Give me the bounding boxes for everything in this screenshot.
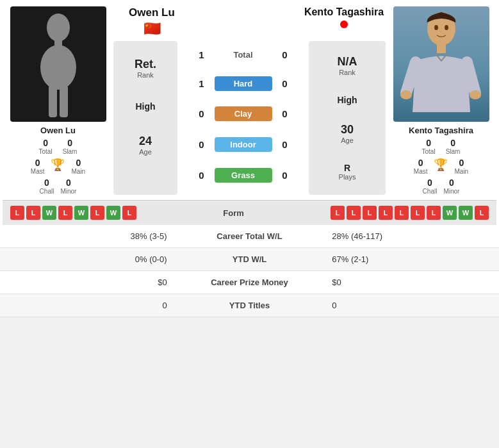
indoor-score-right: 0 bbox=[277, 139, 293, 150]
trophy-icon-left: 🏆 bbox=[51, 158, 65, 175]
right-rank-item: N/A Rank bbox=[338, 55, 357, 76]
right-plays-item: R Plays bbox=[339, 163, 356, 181]
hard-label: Hard bbox=[215, 76, 272, 91]
right-minor-value: 0 bbox=[449, 178, 454, 188]
left-stats-row3: 0 Chall 0 Minor bbox=[5, 178, 111, 195]
left-age-label: Age bbox=[139, 148, 152, 156]
right-slam-value: 0 bbox=[450, 138, 455, 148]
hard-score-row: 1 Hard 0 bbox=[180, 76, 306, 91]
stats-right-value: 67% (2-1) bbox=[324, 248, 499, 271]
total-score-left: 1 bbox=[194, 49, 209, 60]
center-col: Owen Lu 🇨🇳 Kento Tagashira Ret. Rank bbox=[113, 6, 386, 195]
left-chall-label: Chall bbox=[40, 188, 54, 195]
svg-point-8 bbox=[470, 90, 481, 99]
right-minor-label: Minor bbox=[443, 188, 459, 195]
stats-left-value: $0 bbox=[0, 271, 175, 294]
left-photo-wrap bbox=[5, 6, 111, 122]
indoor-score-row: 0 Indoor 0 bbox=[180, 137, 306, 152]
left-chall-value: 0 bbox=[44, 178, 49, 188]
right-stats-box: N/A Rank High 30 Age R Plays bbox=[309, 41, 386, 195]
left-player-photo bbox=[10, 6, 106, 122]
left-total-stat: 0 Total bbox=[39, 138, 53, 155]
total-score-row: 1 Total 0 bbox=[180, 49, 306, 60]
left-chall-stat: 0 Chall bbox=[40, 178, 54, 195]
form-badge-right: L bbox=[331, 206, 345, 220]
stats-right-value: $0 bbox=[324, 271, 499, 294]
right-total-stat: 0 Total bbox=[422, 138, 436, 155]
form-badge-left: L bbox=[122, 206, 136, 220]
form-badge-left: L bbox=[90, 206, 104, 220]
left-player-name: Owen Lu bbox=[5, 126, 111, 135]
svg-point-10 bbox=[445, 25, 448, 30]
form-badge-right: L bbox=[395, 206, 409, 220]
form-badge-right: L bbox=[411, 206, 425, 220]
stats-center-label: YTD W/L bbox=[175, 248, 325, 271]
left-stats-row2: 0 Mast 🏆 0 Main bbox=[5, 158, 111, 175]
scores-area: Ret. Rank High 24 Age bbox=[113, 41, 386, 195]
form-label: Form bbox=[223, 208, 244, 218]
right-slam-stat: 0 Slam bbox=[446, 138, 461, 155]
stats-left-value: 0% (0-0) bbox=[0, 248, 175, 271]
right-rank-value: N/A bbox=[338, 55, 357, 69]
left-header: Owen Lu 🇨🇳 bbox=[113, 6, 190, 37]
right-high-value: High bbox=[337, 95, 357, 105]
stats-row: $0Career Prize Money$0 bbox=[0, 271, 499, 294]
left-total-label: Total bbox=[39, 148, 53, 155]
form-badge-left: W bbox=[42, 206, 56, 220]
right-stats-row2: 0 Mast 🏆 0 Main bbox=[388, 158, 494, 175]
grass-score-right: 0 bbox=[277, 170, 293, 181]
left-mast-stat: 0 Mast bbox=[31, 158, 45, 175]
stats-left-value: 0 bbox=[0, 294, 175, 317]
left-rank-label: Rank bbox=[137, 71, 154, 79]
right-minor-stat: 0 Minor bbox=[443, 178, 459, 195]
left-high-value: High bbox=[135, 101, 155, 112]
grass-score-left: 0 bbox=[194, 170, 209, 181]
left-rank-value: Ret. bbox=[135, 58, 156, 71]
right-player-silhouette-icon bbox=[400, 10, 483, 122]
left-total-value: 0 bbox=[43, 138, 48, 148]
left-slam-label: Slam bbox=[63, 148, 78, 155]
form-badge-right: L bbox=[475, 206, 489, 220]
clay-label: Clay bbox=[215, 106, 272, 121]
right-mast-label: Mast bbox=[414, 168, 428, 175]
left-player-col: Owen Lu 0 Total 0 Slam 0 Mast 🏆 0 bbox=[5, 6, 111, 195]
right-form-badges: LLLLLLLWWL bbox=[331, 206, 489, 220]
right-flag-dot bbox=[340, 21, 348, 28]
stats-right-value: 0 bbox=[324, 294, 499, 317]
right-total-label: Total bbox=[422, 148, 436, 155]
clay-score-right: 0 bbox=[277, 108, 293, 119]
right-plays-label: Plays bbox=[339, 173, 356, 181]
left-minor-stat: 0 Minor bbox=[60, 178, 76, 195]
form-badge-right: L bbox=[363, 206, 377, 220]
right-mast-stat: 0 Mast bbox=[414, 158, 428, 175]
right-player-col: Kento Tagashira 0 Total 0 Slam 0 Mast 🏆 bbox=[388, 6, 494, 195]
left-mast-value: 0 bbox=[35, 158, 40, 168]
form-badge-right: L bbox=[427, 206, 441, 220]
right-main-value: 0 bbox=[459, 158, 464, 168]
left-rank-item: Ret. Rank bbox=[135, 58, 156, 79]
left-stats-row1: 0 Total 0 Slam bbox=[5, 138, 111, 155]
left-header-name: Owen Lu bbox=[129, 6, 175, 19]
right-stats-row3: 0 Chall 0 Minor bbox=[388, 178, 494, 195]
right-age-label: Age bbox=[341, 137, 354, 144]
form-badge-left: L bbox=[26, 206, 40, 220]
form-badge-right: W bbox=[443, 206, 457, 220]
svg-point-9 bbox=[434, 25, 438, 30]
stats-center-label: Career Prize Money bbox=[175, 271, 325, 294]
right-player-photo bbox=[393, 6, 489, 122]
left-form-badges: LLWLWLWL bbox=[10, 206, 136, 220]
stats-table: 38% (3-5)Career Total W/L28% (46-117)0% … bbox=[0, 225, 499, 317]
right-header: Kento Tagashira bbox=[302, 6, 386, 28]
stats-right-value: 28% (46-117) bbox=[324, 225, 499, 248]
stats-row: 38% (3-5)Career Total W/L28% (46-117) bbox=[0, 225, 499, 248]
stats-left-value: 38% (3-5) bbox=[0, 225, 175, 248]
form-badge-right: L bbox=[347, 206, 361, 220]
trophy-icon-right: 🏆 bbox=[434, 158, 448, 175]
players-header-row: Owen Lu 🇨🇳 Kento Tagashira bbox=[113, 6, 386, 37]
form-badge-left: W bbox=[74, 206, 88, 220]
stats-center-label: YTD Titles bbox=[175, 294, 325, 317]
grass-score-row: 0 Grass 0 bbox=[180, 168, 306, 183]
left-flag: 🇨🇳 bbox=[143, 21, 161, 37]
main-container: Owen Lu 0 Total 0 Slam 0 Mast 🏆 0 bbox=[0, 0, 499, 317]
svg-rect-6 bbox=[437, 44, 446, 53]
